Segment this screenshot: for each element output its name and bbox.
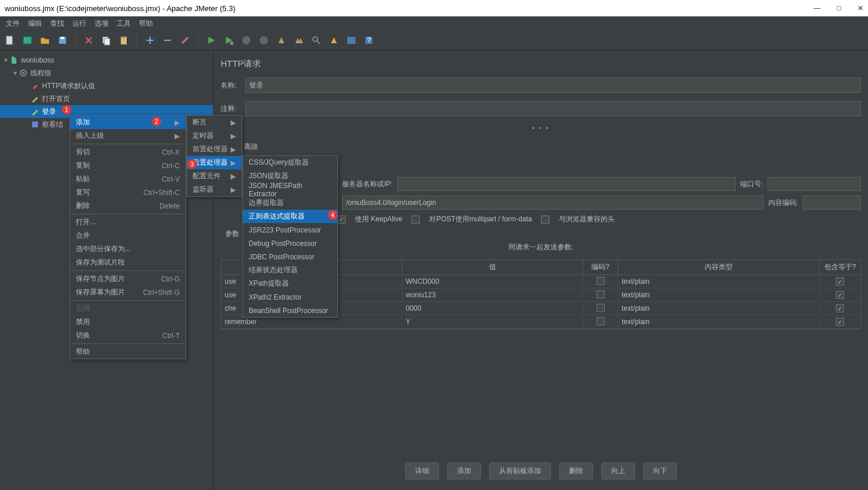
tab-advanced[interactable]: 高级 [244, 142, 868, 152]
ctx3-item[interactable]: CSS/JQuery提取器 [243, 156, 337, 169]
start-notimers-icon[interactable] [222, 34, 235, 47]
ctx-save-screen-img[interactable]: 保存屏幕为图片Ctrl+Shift-G [70, 286, 186, 299]
ctx-paste[interactable]: 粘贴Ctrl-V [70, 172, 186, 186]
open-icon[interactable] [39, 34, 51, 47]
ctx2-listeners[interactable]: 监听器▶ [187, 183, 242, 196]
ctx-add[interactable]: 添加▶ [70, 116, 186, 129]
port-input[interactable] [768, 177, 861, 191]
menu-help[interactable]: 帮助 [135, 18, 156, 30]
collapse-icon[interactable] [161, 34, 174, 47]
tab-collapse-icon[interactable]: • • • [532, 124, 549, 133]
tree-item-openhome[interactable]: 打开首页 [0, 92, 213, 105]
chevron-down-icon[interactable]: ▾ [12, 69, 19, 77]
menu-run[interactable]: 运行 [69, 18, 90, 30]
templates-icon[interactable] [21, 34, 34, 47]
clear-all-icon[interactable] [292, 34, 305, 47]
clear-icon[interactable] [275, 34, 288, 47]
ctx2-preprocessors[interactable]: 前置处理器▶ [187, 143, 242, 156]
ctx-help[interactable]: 帮助 [70, 345, 186, 359]
ctx-save-node-img[interactable]: 保存节点为图片Ctrl-G [70, 272, 186, 286]
minimize-button[interactable]: — [814, 4, 821, 12]
menu-file[interactable]: 文件 [2, 18, 23, 30]
tree-root[interactable]: ▾ woniuboss [0, 54, 213, 67]
servername-input[interactable] [398, 177, 735, 191]
td-include[interactable] [820, 303, 860, 314]
ctx3-item[interactable]: XPath2 Extractor [243, 290, 337, 304]
ctx-duplicate[interactable]: 复写Ctrl+Shift-C [70, 186, 186, 199]
chevron-down-icon[interactable]: ▾ [2, 56, 9, 64]
up-button[interactable]: 向上 [601, 463, 635, 479]
ctx-cut[interactable]: 剪切Ctrl-X [70, 145, 186, 159]
name-input[interactable] [245, 78, 861, 93]
td-encode[interactable] [583, 289, 618, 301]
ctx3-item[interactable]: XPath提取器 [243, 277, 337, 290]
ctx2-assertions[interactable]: 断言▶ [187, 116, 242, 129]
down-button[interactable]: 向下 [643, 463, 677, 479]
td-encode[interactable] [583, 276, 618, 288]
ctx2-timers[interactable]: 定时器▶ [187, 129, 242, 143]
add-from-clipboard-button[interactable]: 从剪贴板添加 [489, 463, 551, 479]
menu-tools[interactable]: 工具 [113, 18, 134, 30]
ctx3-item[interactable]: BeanShell PostProcessor [243, 304, 337, 317]
include-checkbox[interactable] [836, 304, 844, 312]
include-checkbox[interactable] [836, 291, 844, 299]
encode-checkbox[interactable] [597, 290, 605, 298]
ctx-toggle[interactable]: 切换Ctrl-T [70, 329, 186, 342]
ctx3-item[interactable]: Debug PostProcessor [243, 237, 337, 250]
maximize-button[interactable]: □ [837, 4, 841, 12]
start-icon[interactable] [205, 34, 218, 47]
copy-icon[interactable] [100, 34, 113, 47]
menu-search[interactable]: 查找 [47, 18, 68, 30]
detail-button[interactable]: 详细 [405, 463, 439, 479]
keepalive-checkbox[interactable] [337, 216, 346, 224]
encode-checkbox[interactable] [597, 304, 605, 312]
new-icon[interactable] [4, 34, 16, 47]
comment-input[interactable] [245, 101, 861, 116]
stop-icon[interactable] [240, 34, 253, 47]
encode-checkbox[interactable] [597, 277, 605, 285]
td-include[interactable] [820, 276, 860, 287]
shutdown-icon[interactable] [257, 34, 270, 47]
paste-icon[interactable] [117, 34, 130, 47]
menu-options[interactable]: 选项 [91, 18, 112, 30]
toggle-icon[interactable] [179, 34, 191, 47]
multipart-checkbox[interactable] [412, 216, 420, 224]
td-include[interactable] [820, 290, 860, 301]
ctx-save-fragment[interactable]: 保存为测试片段 [70, 256, 186, 269]
function-helper-icon[interactable] [345, 34, 358, 47]
encoding-input[interactable] [803, 196, 861, 210]
help-icon[interactable]: ? [362, 34, 375, 47]
path-input[interactable] [342, 196, 764, 210]
ctx-merge[interactable]: 合并 [70, 229, 186, 242]
ctx-open[interactable]: 打开... [70, 216, 186, 229]
close-button[interactable]: ✕ [857, 4, 863, 12]
include-checkbox[interactable] [836, 318, 844, 326]
delete-button[interactable]: 删除 [559, 463, 593, 479]
ctx-delete[interactable]: 删除Delete [70, 199, 186, 213]
save-icon[interactable] [56, 34, 69, 47]
ctx3-item[interactable]: JSON JMESPath Extractor [243, 183, 337, 196]
ctx3-item[interactable]: 正则表达式提取器 [243, 210, 337, 223]
ctx-insert-parent[interactable]: 插入上级▶ [70, 129, 186, 143]
ctx3-item[interactable]: 结果状态处理器 [243, 263, 337, 277]
ctx-save-selection[interactable]: 选中部分保存为... [70, 242, 186, 256]
tree-threadgroup[interactable]: ▾ 线程组 [0, 67, 213, 79]
reset-search-icon[interactable] [327, 34, 340, 47]
include-checkbox[interactable] [836, 277, 844, 286]
search-icon[interactable] [310, 34, 323, 47]
add-button[interactable]: 添加 [447, 463, 481, 479]
ctx3-item[interactable]: 边界提取器 [243, 196, 337, 210]
td-encode[interactable] [583, 316, 618, 328]
td-encode[interactable] [583, 303, 618, 315]
ctx-copy[interactable]: 复制Ctrl-C [70, 159, 186, 172]
ctx3-item[interactable]: JSR223 PostProcessor [243, 223, 337, 237]
ctx2-config[interactable]: 配置元件▶ [187, 169, 242, 183]
browser-headers-checkbox[interactable] [541, 216, 549, 224]
encode-checkbox[interactable] [597, 317, 605, 325]
cut-icon[interactable] [82, 34, 95, 47]
menu-edit[interactable]: 编辑 [25, 18, 46, 30]
ctx-disable[interactable]: 禁用 [70, 315, 186, 329]
expand-icon[interactable] [144, 34, 156, 47]
td-include[interactable] [820, 317, 860, 328]
tree-item-defaults[interactable]: HTTP请求默认值 [0, 79, 213, 92]
